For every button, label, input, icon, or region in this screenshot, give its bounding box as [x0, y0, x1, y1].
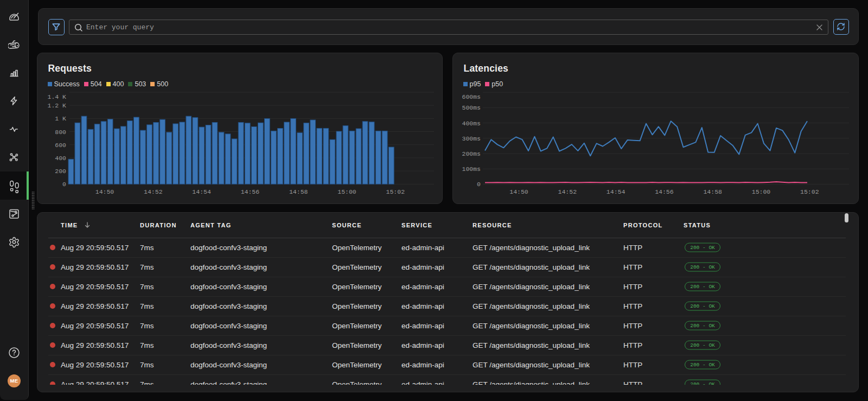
svg-text:15:02: 15:02 [386, 188, 405, 195]
svg-text:14:56: 14:56 [241, 188, 260, 195]
svg-text:400ms: 400ms [462, 120, 481, 127]
svg-text:14:50: 14:50 [95, 188, 114, 195]
svg-text:1 K: 1 K [55, 115, 66, 122]
svg-text:0: 0 [477, 181, 481, 188]
svg-text:1.4 K: 1.4 K [47, 93, 66, 100]
svg-text:300ms: 300ms [462, 135, 481, 142]
svg-text:200ms: 200ms [462, 150, 481, 157]
svg-text:600ms: 600ms [462, 93, 481, 100]
svg-text:500ms: 500ms [462, 104, 481, 111]
svg-text:14:58: 14:58 [289, 188, 308, 195]
svg-text:14:52: 14:52 [558, 188, 577, 195]
svg-text:14:56: 14:56 [655, 188, 674, 195]
svg-text:15:02: 15:02 [800, 188, 819, 195]
svg-text:14:54: 14:54 [607, 188, 626, 195]
svg-text:200: 200 [55, 168, 66, 175]
svg-text:100ms: 100ms [462, 166, 481, 173]
svg-text:14:52: 14:52 [144, 188, 163, 195]
svg-text:14:58: 14:58 [703, 188, 722, 195]
svg-text:14:50: 14:50 [509, 188, 528, 195]
svg-text:800: 800 [55, 129, 66, 136]
svg-text:15:00: 15:00 [337, 188, 356, 195]
svg-text:15:00: 15:00 [752, 188, 771, 195]
svg-text:0: 0 [62, 181, 66, 188]
svg-text:600: 600 [55, 142, 66, 149]
svg-text:14:54: 14:54 [192, 188, 211, 195]
svg-text:400: 400 [55, 155, 66, 162]
svg-text:1.2 K: 1.2 K [47, 102, 66, 109]
